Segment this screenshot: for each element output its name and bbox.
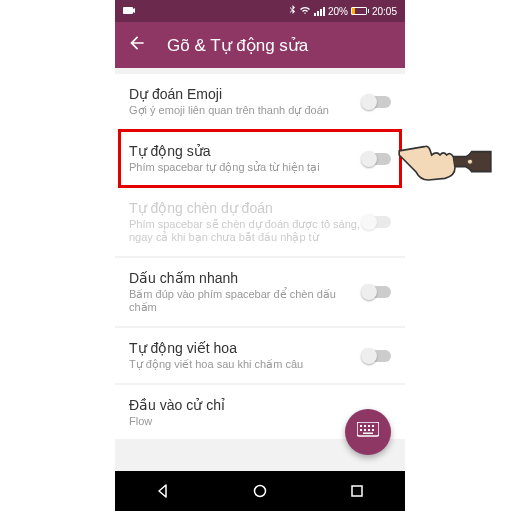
svg-rect-2 xyxy=(360,425,362,427)
setting-text: Tự động sửaPhím spacebar tự động sửa từ … xyxy=(129,143,363,174)
svg-rect-6 xyxy=(360,429,362,431)
svg-rect-7 xyxy=(364,429,366,431)
pointing-hand-overlay xyxy=(395,130,495,192)
setting-row[interactable]: Dự đoán EmojiGợi ý emoji liên quan trên … xyxy=(115,74,405,129)
setting-subtitle: Gợi ý emoji liên quan trên thanh dự đoán xyxy=(129,104,363,117)
status-bar: 20% 20:05 xyxy=(115,0,405,22)
setting-row[interactable]: Tự động sửaPhím spacebar tự động sửa từ … xyxy=(115,131,405,186)
svg-rect-10 xyxy=(363,433,373,435)
svg-rect-8 xyxy=(368,429,370,431)
battery-icon xyxy=(351,7,369,15)
svg-rect-12 xyxy=(352,486,362,496)
setting-title: Tự động chèn dự đoán xyxy=(129,200,363,216)
signal-icon xyxy=(314,6,325,16)
svg-rect-0 xyxy=(123,7,133,14)
toggle-switch[interactable] xyxy=(363,96,391,108)
svg-rect-4 xyxy=(368,425,370,427)
nav-back-button[interactable] xyxy=(154,482,172,500)
svg-rect-3 xyxy=(364,425,366,427)
camera-icon xyxy=(123,5,135,17)
toggle-switch[interactable] xyxy=(363,286,391,298)
keyboard-fab[interactable] xyxy=(345,409,391,455)
setting-title: Dấu chấm nhanh xyxy=(129,270,363,286)
toggle-switch[interactable] xyxy=(363,153,391,165)
svg-point-11 xyxy=(254,486,265,497)
setting-text: Dự đoán EmojiGợi ý emoji liên quan trên … xyxy=(129,86,363,117)
page-title: Gõ & Tự động sửa xyxy=(167,35,308,56)
back-button[interactable] xyxy=(127,33,147,58)
settings-list: Dự đoán EmojiGợi ý emoji liên quan trên … xyxy=(115,68,405,439)
android-nav-bar xyxy=(115,471,405,511)
status-time: 20:05 xyxy=(372,6,397,17)
toggle-switch xyxy=(363,216,391,228)
setting-title: Dự đoán Emoji xyxy=(129,86,363,102)
svg-rect-5 xyxy=(372,425,374,427)
svg-rect-9 xyxy=(372,429,374,431)
keyboard-icon xyxy=(357,422,379,442)
setting-title: Đầu vào cử chỉ xyxy=(129,397,391,413)
nav-recent-button[interactable] xyxy=(348,482,366,500)
setting-row: Tự động chèn dự đoánPhím spacebar sẽ chè… xyxy=(115,188,405,256)
setting-subtitle: Tự động viết hoa sau khi chấm câu xyxy=(129,358,363,371)
setting-text: Tự động viết hoaTự động viết hoa sau khi… xyxy=(129,340,363,371)
setting-subtitle: Phím spacebar tự động sửa từ hiện tại xyxy=(129,161,363,174)
setting-subtitle: Phím spacebar sẽ chèn dự đoán được tô sá… xyxy=(129,218,363,244)
wifi-icon xyxy=(299,6,311,17)
setting-subtitle: Bấm đúp vào phím spacebar để chèn dấu ch… xyxy=(129,288,363,314)
setting-title: Tự động viết hoa xyxy=(129,340,363,356)
nav-home-button[interactable] xyxy=(251,482,269,500)
bluetooth-icon xyxy=(289,5,296,17)
setting-text: Tự động chèn dự đoánPhím spacebar sẽ chè… xyxy=(129,200,363,244)
app-bar: Gõ & Tự động sửa xyxy=(115,22,405,68)
setting-title: Tự động sửa xyxy=(129,143,363,159)
battery-percent: 20% xyxy=(328,6,348,17)
setting-text: Dấu chấm nhanhBấm đúp vào phím spacebar … xyxy=(129,270,363,314)
toggle-switch[interactable] xyxy=(363,350,391,362)
phone-screen: 20% 20:05 Gõ & Tự động sửa Dự đoán Emoji… xyxy=(115,0,405,511)
setting-row[interactable]: Dấu chấm nhanhBấm đúp vào phím spacebar … xyxy=(115,258,405,326)
svg-point-13 xyxy=(467,159,472,164)
setting-row[interactable]: Tự động viết hoaTự động viết hoa sau khi… xyxy=(115,328,405,383)
